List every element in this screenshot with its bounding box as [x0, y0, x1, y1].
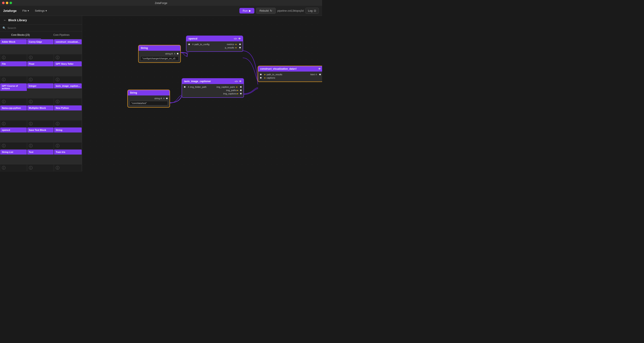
block-info-icon: ⓘ [0, 165, 27, 171]
input-port[interactable] [188, 43, 190, 45]
list-item[interactable]: Float ⓘ [27, 61, 54, 83]
list-item[interactable]: Text ⓘ [27, 149, 54, 171]
topbar-right: Run ▶ Rebuild ↻ pipeline-zst13ktqoq3d Lo… [240, 8, 319, 14]
canvas[interactable]: String string A A String string A A [82, 16, 322, 171]
rebuild-button[interactable]: Rebuild ↻ [256, 8, 276, 14]
string-node-1[interactable]: String string A A [138, 45, 181, 63]
output-port[interactable] [239, 47, 241, 49]
list-item[interactable]: Adder Block ⓘ [0, 39, 27, 61]
output-port[interactable] [239, 43, 241, 45]
port-label: string A [165, 53, 173, 55]
port-label: html [310, 73, 315, 76]
minimize-button[interactable] [6, 2, 8, 4]
tab-core-blocks[interactable]: Core Blocks (23) [0, 32, 41, 39]
block-info-icon: ⓘ [54, 98, 82, 105]
maximize-button[interactable] [10, 2, 12, 4]
string-node-2[interactable]: String string A A [128, 90, 170, 108]
sidebar-header: ← Block Library [0, 16, 82, 25]
string-node-1-port-row: string A A [140, 53, 179, 55]
input-port[interactable] [260, 73, 262, 76]
list-item[interactable]: Integer ⓘ [27, 83, 54, 105]
block-body [0, 155, 27, 165]
list-item[interactable]: opencd ⓘ [0, 127, 27, 149]
blocks-grid: Adder Block ⓘ Canny Edge ⓘ construct_vis… [0, 39, 82, 171]
opencd-node[interactable]: opencd </> 👁 A path_to_config metrics [186, 36, 243, 52]
search-input[interactable] [8, 27, 80, 30]
back-button[interactable]: ← [3, 18, 7, 22]
opencd-node-body: A path_to_config metrics ★ p_results ★ [186, 41, 243, 51]
block-body [0, 110, 27, 120]
block-info-icon: ⓘ [27, 120, 54, 127]
list-item[interactable]: String ⓘ [54, 127, 82, 149]
list-item[interactable]: New Python ⓘ [54, 105, 82, 127]
block-header: GPT Course of actions [0, 83, 27, 91]
block-info-icon: ⓘ [27, 143, 54, 149]
input-port[interactable] [184, 86, 186, 88]
string-node-2-header: String [128, 90, 170, 96]
eye-icon[interactable]: 👁 [239, 80, 242, 83]
file-menu[interactable]: File ▾ [21, 8, 31, 13]
list-item[interactable]: File ⓘ [0, 61, 27, 83]
block-header: opencd [0, 128, 27, 133]
list-item[interactable]: llama-cpp-python ⓘ [0, 105, 27, 127]
output-port-row-1: img_caption_pairs ★ [216, 86, 242, 88]
chevron-down-icon: ▾ [28, 9, 29, 12]
node-row-1: A img_folder_path img_caption_pairs ★ [184, 86, 242, 88]
port-label: p_results [225, 46, 234, 49]
eye-icon[interactable]: 👁 [238, 38, 241, 40]
settings-menu[interactable]: Settings ▾ [33, 8, 49, 13]
tab-core-pipelines[interactable]: Core Pipelines [41, 32, 82, 39]
output-port[interactable] [240, 93, 242, 95]
block-body [54, 88, 82, 98]
block-header: Canny Edge [27, 39, 54, 44]
pipeline-id: pipeline-zst13ktqoq3d [278, 9, 304, 12]
output-port[interactable] [166, 97, 168, 99]
list-item[interactable]: Save Text Block ⓘ [27, 127, 54, 149]
input-port[interactable] [260, 77, 262, 79]
log-button[interactable]: Log ⊡ [305, 8, 319, 14]
string-input-2[interactable] [130, 101, 168, 106]
block-body [54, 155, 82, 165]
block-header: Save Text Block [27, 128, 54, 133]
list-item[interactable]: GPT Course of actions ⓘ [0, 83, 27, 105]
string-input-1[interactable] [140, 56, 179, 61]
string-node-1-body: string A A [138, 51, 180, 62]
close-button[interactable] [2, 2, 4, 4]
eye-icon[interactable]: 👁 [318, 68, 321, 70]
lavis-node-body: A img_folder_path img_caption_pairs ★ im… [182, 84, 244, 97]
block-body [27, 110, 54, 120]
input-port-row: A img_folder_path [184, 86, 206, 88]
block-info-icon: ⓘ [27, 98, 54, 105]
block-header: String [54, 128, 82, 133]
port-label: metrics [227, 43, 234, 46]
list-item[interactable]: GPT Story Teller ⓘ [54, 61, 82, 83]
list-item[interactable]: String List ⓘ [0, 149, 27, 171]
output-port[interactable] [240, 86, 242, 88]
run-button[interactable]: Run ▶ [240, 8, 254, 14]
port-label: captions [266, 77, 275, 79]
output-port[interactable] [240, 89, 242, 91]
block-body [27, 133, 54, 143]
list-item[interactable]: lavis_image_caption... ⓘ [54, 83, 82, 105]
construct-node[interactable]: construct_visualization_data</ 👁 ★ path_… [258, 66, 322, 82]
block-body [54, 66, 82, 76]
block-header: Integer [27, 83, 54, 88]
block-header: Multiplier Block [27, 106, 54, 110]
list-item[interactable]: Multiplier Block ⓘ [27, 105, 54, 127]
output-port[interactable] [319, 73, 321, 76]
log-screen-icon: ⊡ [314, 9, 316, 12]
input-port-row: A path_to_config [188, 43, 210, 46]
list-item[interactable]: construct_visualizat... ⓘ [54, 39, 82, 61]
block-header: Train Iris [54, 150, 82, 155]
list-item[interactable]: Canny Edge ⓘ [27, 39, 54, 61]
lavis-node[interactable]: lavis_image_captioner </> 👁 A img_folder… [182, 78, 244, 98]
code-icon[interactable]: </> [234, 38, 237, 40]
output-port[interactable] [177, 53, 179, 55]
node-header-icons: </> 👁 [234, 38, 241, 40]
list-item[interactable]: Train Iris ⓘ [54, 149, 82, 171]
sidebar-title: Block Library [8, 19, 27, 22]
block-info-icon: ⓘ [0, 54, 27, 61]
code-icon[interactable]: </> [234, 80, 238, 83]
block-body [0, 44, 27, 54]
node-row-3: img_captions ★ [184, 92, 242, 95]
